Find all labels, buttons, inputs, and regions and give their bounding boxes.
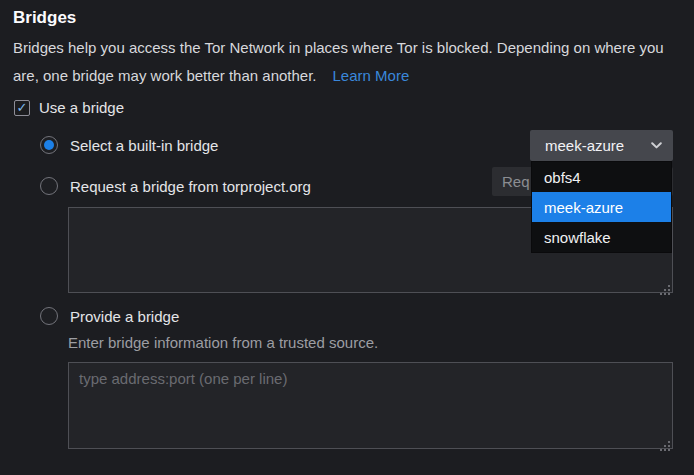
resize-grip-icon[interactable] [660, 281, 670, 298]
use-bridge-label: Use a bridge [39, 99, 124, 116]
use-bridge-checkbox[interactable]: ✓ [14, 100, 30, 116]
builtin-bridge-label: Select a built-in bridge [70, 137, 218, 154]
provide-bridge-label: Provide a bridge [70, 308, 179, 325]
chevron-down-icon [651, 142, 662, 149]
radio-dot [44, 181, 54, 191]
provide-bridge-textarea[interactable] [68, 362, 673, 449]
provide-bridge-radio[interactable] [40, 307, 58, 325]
bridges-settings-panel: Bridges Bridges help you access the Tor … [0, 0, 694, 475]
resize-grip-icon[interactable] [660, 437, 670, 454]
builtin-bridge-select[interactable]: meek-azure [530, 130, 673, 161]
menu-item-obfs4[interactable]: obfs4 [532, 162, 671, 192]
builtin-bridge-dropdown-menu: obfs4 meek-azure snowflake [532, 162, 671, 252]
request-button-label: Req [502, 173, 530, 190]
learn-more-link[interactable]: Learn More [333, 67, 410, 84]
description-line-2: are, one bridge may work better than ano… [13, 67, 317, 84]
radio-dot [44, 311, 54, 321]
request-bridge-label: Request a bridge from torproject.org [70, 178, 311, 195]
menu-item-snowflake[interactable]: snowflake [532, 222, 671, 252]
description-line-1: Bridges help you access the Tor Network … [13, 39, 664, 56]
radio-dot [44, 140, 54, 150]
menu-item-meek-azure[interactable]: meek-azure [532, 192, 671, 222]
select-value: meek-azure [545, 137, 651, 154]
page-title: Bridges [13, 8, 76, 28]
builtin-bridge-radio[interactable] [40, 136, 58, 154]
provide-bridge-hint: Enter bridge information from a trusted … [68, 334, 378, 351]
checkmark-icon: ✓ [17, 101, 28, 114]
request-bridge-radio[interactable] [40, 177, 58, 195]
